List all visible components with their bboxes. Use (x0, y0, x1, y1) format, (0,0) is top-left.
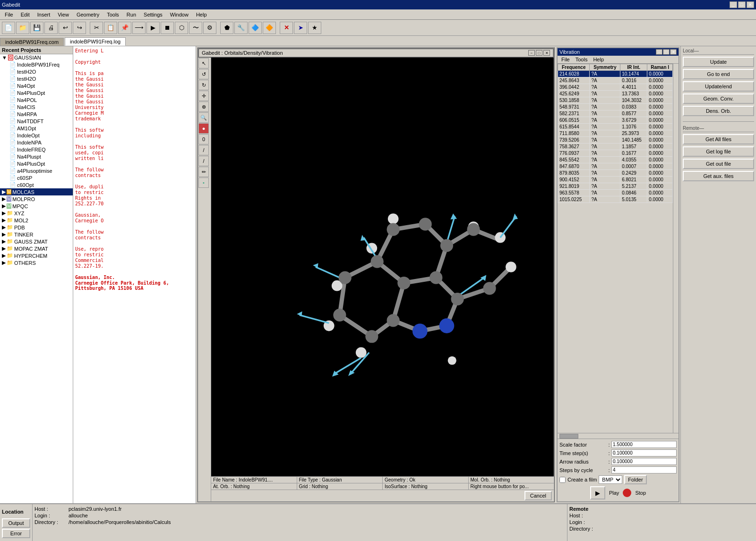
geom-conv-btn[interactable]: Geom. Conv. (683, 93, 754, 104)
tb-opt[interactable]: ⚙ (203, 22, 216, 34)
viewer-arrow-tool[interactable]: ↖ (198, 58, 209, 68)
vib-table-row[interactable]: 963.5578 ?A 0.0846 0.0000 (558, 190, 673, 196)
folder-btn[interactable]: Folder (624, 475, 646, 484)
vib-table-row[interactable]: 900.4152 ?A 6.8021 0.0000 (558, 177, 673, 183)
tree-mopac-zmat[interactable]: ▶ 📁 MOPAC ZMAT (0, 245, 73, 252)
tb-blue-arrow[interactable]: ➤ (294, 22, 307, 34)
tree-na4opt[interactable]: 📄 Na4Opt (0, 82, 73, 89)
viewer-rotate-tool[interactable]: ↺ (198, 69, 209, 79)
tb-undo[interactable]: ↩ (59, 22, 72, 34)
tree-hyperchem[interactable]: ▶ 📁 HYPERCHEM (0, 252, 73, 259)
update-btn[interactable]: Update (683, 57, 754, 67)
horizontal-scroll[interactable] (558, 433, 679, 439)
vib-menu-file[interactable]: File (559, 56, 572, 63)
vib-table-row[interactable]: 921.8019 ?A 5.2137 0.0000 (558, 183, 673, 190)
tree-am1opt[interactable]: 📄 AM1Opt (0, 125, 73, 132)
tree-xyz[interactable]: ▶ 📁 XYZ (0, 210, 73, 217)
viewer-rotate2-tool[interactable]: ↻ (198, 80, 209, 90)
play-btn[interactable]: ▶ (590, 486, 605, 499)
update-end-btn[interactable]: Update/end (683, 81, 754, 92)
tb-stop[interactable]: ⏹ (161, 22, 174, 34)
create-film-checkbox[interactable] (559, 477, 566, 483)
vib-scrollbar[interactable] (673, 64, 679, 433)
tb-print[interactable]: 🖨 (44, 22, 58, 34)
menu-run[interactable]: Run (124, 11, 139, 18)
output-btn[interactable]: Output (2, 518, 30, 528)
vib-table-row[interactable]: 214.6028 ?A 10.1474 0.0000 (558, 71, 673, 77)
vib-table-row[interactable]: 530.1858 ?A 104.3032 0.0000 (558, 97, 673, 104)
viewer-color-tool[interactable]: ● (198, 123, 209, 134)
get-aux-btn[interactable]: Get aux. files (683, 171, 754, 181)
tree-indolenpa[interactable]: 📄 IndoleNPA (0, 139, 73, 146)
tb-zmat[interactable]: 🔧 (234, 22, 248, 34)
scale-factor-input[interactable] (611, 441, 677, 448)
tree-indole[interactable]: 📄 IndoleBPW91Freq (0, 61, 73, 68)
tb-copy[interactable]: 📋 (104, 22, 117, 34)
menu-insert[interactable]: Insert (34, 11, 53, 18)
tree-c60sp[interactable]: 📄 c60SP (0, 174, 73, 181)
vib-table-row[interactable]: 548.9731 ?A 0.0383 0.0000 (558, 104, 673, 110)
orbital-title-buttons[interactable]: − □ ✕ (528, 50, 550, 56)
tree-na4plusopt2[interactable]: 📄 Na4PlusOpt (0, 160, 73, 167)
tree-c60opt[interactable]: 📄 c60Opt (0, 181, 73, 188)
vib-table-row[interactable]: 776.0937 ?A 0.1677 0.0000 (558, 150, 673, 157)
tb-open[interactable]: 📁 (16, 22, 29, 34)
vib-table-row[interactable]: 606.0515 ?A 3.6729 0.0000 (558, 117, 673, 124)
tb-cut[interactable]: ✂ (90, 22, 103, 34)
tree-na4rpa[interactable]: 📄 Na4RPA (0, 110, 73, 118)
get-all-files-btn[interactable]: Get All files (683, 134, 754, 144)
orbital-minimize[interactable]: − (528, 50, 535, 56)
tree-indoleopt[interactable]: 📄 IndoleOpt (0, 132, 73, 139)
tree-na4pol[interactable]: 📄 Na4POL (0, 96, 73, 103)
viewer-dot-tool[interactable]: • (198, 178, 209, 188)
viewer-line2-tool[interactable]: / (198, 156, 209, 166)
log-area[interactable]: Entering L Copyright This is pa the Gaus… (73, 46, 196, 503)
tb-mol[interactable]: ⬟ (220, 22, 233, 34)
tree-mol2[interactable]: ▶ 📁 MOL2 (0, 217, 73, 224)
tree-molpro[interactable]: ▶ M MOLPRO (0, 195, 73, 203)
tab-log[interactable]: indoleBPW91Freq.log (65, 37, 126, 46)
tb-3d[interactable]: 🔷 (249, 22, 262, 34)
tb-redo[interactable]: ↪ (73, 22, 86, 34)
tb-new[interactable]: 📄 (2, 22, 15, 34)
tree-testh2o-2[interactable]: 📄 testH2O (0, 75, 73, 82)
vib-table-row[interactable]: 582.2371 ?A 0.8577 0.0000 (558, 110, 673, 117)
tree-a4plus[interactable]: 📄 a4Plusoptimise (0, 167, 73, 174)
vib-table[interactable]: Frequence Symmetry IR Int. Raman I 214.6… (558, 64, 673, 433)
vib-menu-help[interactable]: Help (591, 56, 606, 63)
menu-view[interactable]: View (55, 11, 72, 18)
error-btn[interactable]: Error (2, 529, 30, 538)
tree-gaussian[interactable]: ▼ G GAUSSIAN (0, 54, 73, 61)
tree-na4cis[interactable]: 📄 Na4CIS (0, 103, 73, 110)
maximize-btn[interactable]: □ (738, 1, 746, 8)
viewer-zoom-tool[interactable]: 🔍 (198, 112, 209, 123)
vib-table-row[interactable]: 847.6870 ?A 0.0007 0.0000 (558, 163, 673, 170)
minimize-btn[interactable]: _ (730, 1, 737, 8)
vib-table-row[interactable]: 879.8035 ?A 0.2429 0.0000 (558, 170, 673, 177)
h-scroll-thumb[interactable] (559, 434, 578, 439)
tree-na4plusopt[interactable]: 📄 Na4PlusOpt (0, 89, 73, 96)
viewer-num-tool[interactable]: 0 (198, 134, 209, 144)
dens-orb-btn[interactable]: Dens. Orb. (683, 106, 754, 116)
menu-settings[interactable]: Settings (141, 11, 165, 18)
menu-help[interactable]: Help (193, 11, 210, 18)
arrow-radius-input[interactable] (611, 458, 677, 465)
vib-table-row[interactable]: 739.5206 ?A 140.1485 0.0000 (558, 137, 673, 144)
vib-table-row[interactable]: 1015.0225 ?A 5.0135 0.0000 (558, 196, 673, 203)
viewer-translate-tool[interactable]: ✛ (198, 91, 209, 101)
vib-table-row[interactable]: 758.3627 ?A 1.1857 0.0000 (558, 144, 673, 150)
orbital-maximize[interactable]: □ (536, 50, 542, 56)
vib-table-row[interactable]: 845.5542 ?A 4.0355 0.0000 (558, 157, 673, 163)
tree-testh2o-1[interactable]: 📄 testH2O (0, 68, 73, 75)
viewer-pen-tool[interactable]: ✏ (198, 167, 209, 177)
tb-run[interactable]: ▶ (146, 22, 160, 34)
tree-tinker[interactable]: ▶ 📁 TINKER (0, 231, 73, 238)
menu-geometry[interactable]: Geometry (74, 11, 102, 18)
tb-x-red[interactable]: ✕ (280, 22, 293, 34)
tb-geom[interactable]: ⬡ (175, 22, 188, 34)
menu-tools[interactable]: Tools (104, 11, 122, 18)
orbital-close[interactable]: ✕ (543, 50, 550, 56)
steps-cycle-input[interactable] (611, 466, 677, 473)
tb-save[interactable]: 💾 (30, 22, 43, 34)
tb-star[interactable]: ★ (308, 22, 321, 34)
